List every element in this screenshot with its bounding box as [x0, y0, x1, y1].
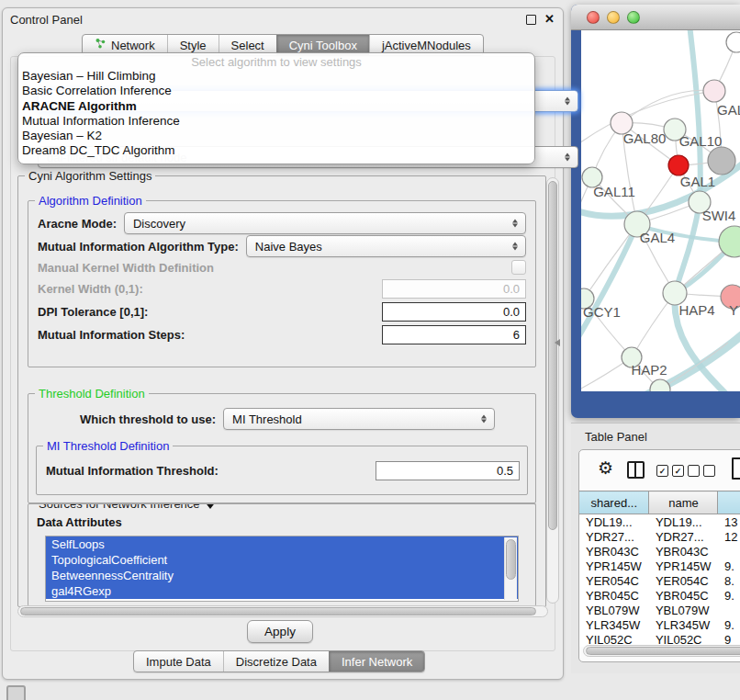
network-window-titlebar[interactable] [571, 5, 740, 30]
node-label-gal1: GAL1 [680, 174, 715, 189]
which-threshold-value: MI Threshold [232, 412, 302, 426]
table-panel: Table Panel ⚙ ✓✓ shared...name YDL19...Y… [571, 423, 740, 673]
table-row[interactable]: YDR27...YDR27...12 [579, 529, 740, 544]
table-cell: YER054C [579, 573, 649, 588]
attribute-item-selfloops[interactable]: SelfLoops [46, 536, 518, 552]
node-label-gal: GAL [717, 102, 740, 118]
node-label-gal10: GAL10 [679, 133, 723, 149]
aracne-mode-value: Discovery [133, 217, 185, 231]
network-node-gal[interactable] [703, 80, 725, 102]
table-panel-title: Table Panel [585, 430, 647, 444]
node-label-gal80: GAL80 [623, 130, 667, 146]
table-cell: 13 [718, 514, 740, 530]
node-label-gcy1: GCY1 [583, 304, 621, 320]
mi-threshold-input[interactable]: 0.5 [376, 461, 520, 480]
bottom-tab-discretize-data[interactable]: Discretize Data [223, 651, 329, 672]
table-row[interactable]: YER054CYER054C8. [579, 573, 740, 588]
dropdown-item-aracne-algorithm[interactable]: ARACNE Algorithm [18, 99, 534, 114]
node-label-gal4: GAL4 [640, 230, 675, 245]
manual-kernel-checkbox[interactable] [511, 260, 526, 275]
table-row[interactable]: YBL079WYBL079W [579, 603, 740, 617]
algorithm-dropdown-popup: Select algorithm to view settings Bayesi… [17, 52, 535, 164]
close-icon[interactable]: ✕ [544, 14, 555, 25]
gear-icon[interactable]: ⚙ [598, 458, 613, 479]
settings-vertical-scrollbar[interactable] [546, 177, 559, 604]
kernel-width-input[interactable]: 0.0 [382, 279, 526, 299]
table-cell: YPR145W [649, 559, 718, 573]
algorithm-definition-group: Algorithm Definition Aracne Mode: Discov… [28, 200, 536, 367]
table-cell: YER054C [649, 573, 718, 588]
dropdown-item-bayesian-hill-climbing[interactable]: Bayesian – Hill Climbing [18, 69, 534, 84]
table-toolbar: ⚙ ✓✓ [579, 450, 740, 491]
table-row[interactable]: YLR345WYLR345W9. [579, 617, 740, 632]
dropdown-item-mutual-information-inference[interactable]: Mutual Information Inference [18, 114, 534, 129]
dropdown-item-dream8-dc-tdc-algorithm[interactable]: Dream8 DC_TDC Algorithm [18, 143, 534, 158]
bottom-tab-infer-network[interactable]: Infer Network [329, 651, 424, 672]
data-attributes-label: Data Attributes [37, 515, 122, 529]
table-cell: YDL19... [649, 514, 718, 530]
tab-select-label: Select [231, 39, 264, 52]
aracne-mode-combobox[interactable]: Discovery [124, 212, 526, 234]
attributes-scrollbar[interactable] [504, 537, 517, 600]
mi-steps-input[interactable]: 6 [382, 325, 526, 344]
network-edge [584, 224, 637, 299]
tab-jactivemnodules-label: jActiveMNodules [382, 39, 471, 52]
node-label-hap2: HAP2 [631, 362, 667, 378]
data-attributes-list[interactable]: SelfLoopsTopologicalCoefficientBetweenne… [45, 536, 519, 602]
float-window-icon[interactable] [526, 15, 536, 25]
node-label-swi4: SWI4 [702, 208, 736, 223]
table-row[interactable]: YPR145WYPR145W9. [579, 559, 740, 573]
attribute-item-topologicalcoefficient[interactable]: TopologicalCoefficient [46, 552, 518, 568]
zoom-traffic-light[interactable] [627, 11, 640, 24]
column-header-name[interactable]: name [649, 491, 718, 514]
node-table: shared...name YDL19...YDL19...13YDR27...… [579, 491, 740, 647]
network-view-window: GALGAL80GAL10GAL1GAL11SWI4GAL4HAP4YGCY1H… [571, 5, 740, 418]
dpi-tolerance-label: DPI Tolerance [0,1]: [38, 305, 148, 319]
network-node[interactable] [726, 32, 740, 52]
table-row[interactable]: YBR043CYBR043C [579, 544, 740, 559]
settings-horizontal-scrollbar[interactable] [17, 605, 548, 617]
attribute-item-gal4rgexp[interactable]: gal4RGexp [46, 583, 518, 599]
dropdown-item-bayesian-k2[interactable]: Bayesian – K2 [18, 129, 534, 143]
table-cell: YBR045C [579, 588, 649, 603]
column-header-hidden[interactable] [718, 491, 740, 514]
dock-panel-icon[interactable] [6, 685, 26, 700]
new-table-icon[interactable] [732, 457, 740, 480]
network-canvas[interactable]: GALGAL80GAL10GAL1GAL11SWI4GAL4HAP4YGCY1H… [581, 30, 740, 391]
bottom-tab-impute-data[interactable]: Impute Data [134, 651, 223, 672]
split-view-icon[interactable] [627, 461, 645, 479]
select-all-columns-icon[interactable]: ✓✓ [656, 465, 684, 477]
mi-type-combobox[interactable]: Naive Bayes [246, 235, 526, 257]
table-cell: YDL19... [579, 514, 649, 530]
table-cell: YPR145W [579, 559, 649, 573]
deselect-all-columns-icon[interactable] [688, 465, 715, 477]
table-horizontal-scrollbar[interactable] [583, 645, 740, 657]
table-row[interactable]: YDL19...YDL19...13 [579, 514, 740, 530]
mi-steps-label: Mutual Information Steps: [38, 328, 185, 342]
table-cell [718, 603, 740, 617]
sources-title[interactable]: Sources for Network Inference [35, 503, 220, 511]
cyni-bottom-tabbar: Impute DataDiscretize DataInfer Network [133, 650, 425, 672]
table-cell: YLR345W [649, 617, 718, 632]
network-edge-thick [581, 224, 637, 344]
mi-threshold-label: Mutual Information Threshold: [46, 464, 219, 478]
control-panel-title: Control Panel [10, 13, 83, 27]
close-traffic-light[interactable] [587, 11, 600, 24]
algorithm-definition-title: Algorithm Definition [35, 194, 146, 208]
attribute-item-betweennesscentrality[interactable]: BetweennessCentrality [46, 568, 518, 583]
which-threshold-label: Which threshold to use: [80, 412, 216, 426]
which-threshold-combobox[interactable]: MI Threshold [223, 408, 495, 430]
dropdown-item-basic-correlation-inference[interactable]: Basic Correlation Inference [18, 84, 534, 98]
splitter-collapse-arrow[interactable] [555, 339, 560, 346]
column-header-shared[interactable]: shared... [579, 491, 649, 514]
table-cell: YBR045C [649, 588, 718, 603]
minimize-traffic-light[interactable] [607, 11, 620, 24]
network-node[interactable] [708, 147, 735, 175]
dpi-tolerance-input[interactable]: 0.0 [382, 302, 526, 322]
apply-button[interactable]: Apply [247, 620, 313, 643]
table-row[interactable]: YBR045CYBR045C9. [579, 588, 740, 603]
network-node-gal1[interactable] [668, 155, 689, 175]
mi-type-label: Mutual Information Algorithm Type: [38, 240, 239, 254]
table-cell: YBR043C [649, 544, 718, 559]
tab-network-label: Network [111, 39, 155, 52]
